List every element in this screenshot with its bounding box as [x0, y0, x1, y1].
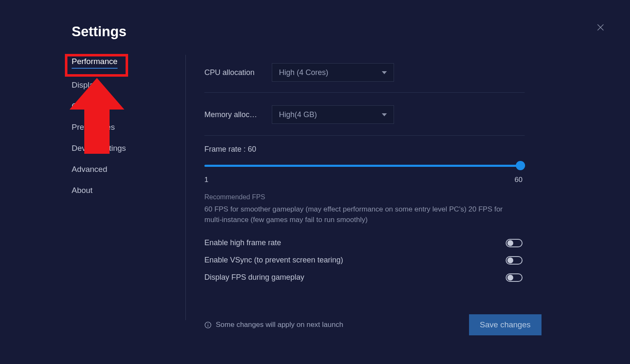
chevron-down-icon: [382, 113, 387, 116]
framerate-slider[interactable]: [204, 161, 523, 171]
recommended-fps-description: 60 FPS for smoother gameplay (may effect…: [204, 204, 508, 225]
cpu-allocation-label: CPU allocation: [204, 68, 272, 77]
memory-allocation-row: Memory alloc… High(4 GB): [204, 92, 525, 130]
footer-note-text: Some changes will apply on next launch: [216, 321, 343, 329]
toggle-label-high-frame-rate: Enable high frame rate: [204, 238, 281, 247]
sidebar-item-device-settings[interactable]: Device settings: [72, 144, 126, 153]
framerate-section: Frame rate : 60 1 60 Recommended FPS 60 …: [204, 135, 525, 286]
toggle-row-vsync: Enable VSync (to prevent screen tearing): [204, 252, 523, 269]
info-icon: [204, 321, 212, 329]
sidebar-item-preferences[interactable]: Preferences: [72, 123, 115, 132]
cpu-allocation-row: CPU allocation High (4 Cores): [204, 57, 525, 88]
memory-allocation-value: High(4 GB): [279, 110, 317, 119]
sidebar: Performance Display Graphics Preferences…: [72, 57, 181, 207]
recommended-fps-title: Recommended FPS: [204, 193, 525, 201]
sidebar-item-advanced[interactable]: Advanced: [72, 165, 107, 174]
close-button[interactable]: [594, 21, 607, 34]
toggles-section: Enable high frame rate Enable VSync (to …: [204, 234, 525, 286]
toggle-vsync[interactable]: [506, 256, 523, 265]
sidebar-item-display[interactable]: Display: [72, 80, 98, 90]
slider-minmax: 1 60: [204, 176, 523, 184]
cpu-allocation-select[interactable]: High (4 Cores): [272, 63, 394, 82]
toggle-row-high-frame-rate: Enable high frame rate: [204, 234, 523, 252]
sidebar-item-graphics[interactable]: Graphics: [72, 102, 104, 111]
toggle-row-display-fps: Display FPS during gameplay: [204, 269, 523, 286]
footer: Some changes will apply on next launch S…: [204, 314, 542, 335]
toggle-label-display-fps: Display FPS during gameplay: [204, 273, 304, 282]
slider-min: 1: [204, 176, 208, 184]
sidebar-item-performance[interactable]: Performance: [72, 57, 118, 69]
save-changes-button[interactable]: Save changes: [469, 314, 542, 335]
footer-note: Some changes will apply on next launch: [204, 321, 343, 329]
sidebar-item-about[interactable]: About: [72, 186, 93, 195]
framerate-label: Frame rate : 60: [204, 145, 525, 154]
toggle-high-frame-rate[interactable]: [506, 239, 523, 247]
toggle-knob: [507, 240, 513, 246]
chevron-down-icon: [382, 71, 387, 74]
toggle-knob: [507, 257, 513, 263]
main-content: CPU allocation High (4 Cores) Memory all…: [204, 57, 525, 286]
toggle-label-vsync: Enable VSync (to prevent screen tearing): [204, 256, 343, 265]
toggle-display-fps[interactable]: [506, 273, 523, 282]
slider-track: [204, 165, 523, 167]
cpu-allocation-value: High (4 Cores): [279, 68, 328, 77]
memory-allocation-select[interactable]: High(4 GB): [272, 105, 394, 124]
slider-thumb[interactable]: [516, 161, 525, 170]
page-title: Settings: [72, 24, 126, 40]
toggle-knob: [507, 275, 513, 281]
vertical-divider: [185, 55, 186, 320]
close-icon: [595, 22, 606, 32]
memory-allocation-label: Memory alloc…: [204, 110, 272, 119]
slider-max: 60: [515, 176, 523, 184]
